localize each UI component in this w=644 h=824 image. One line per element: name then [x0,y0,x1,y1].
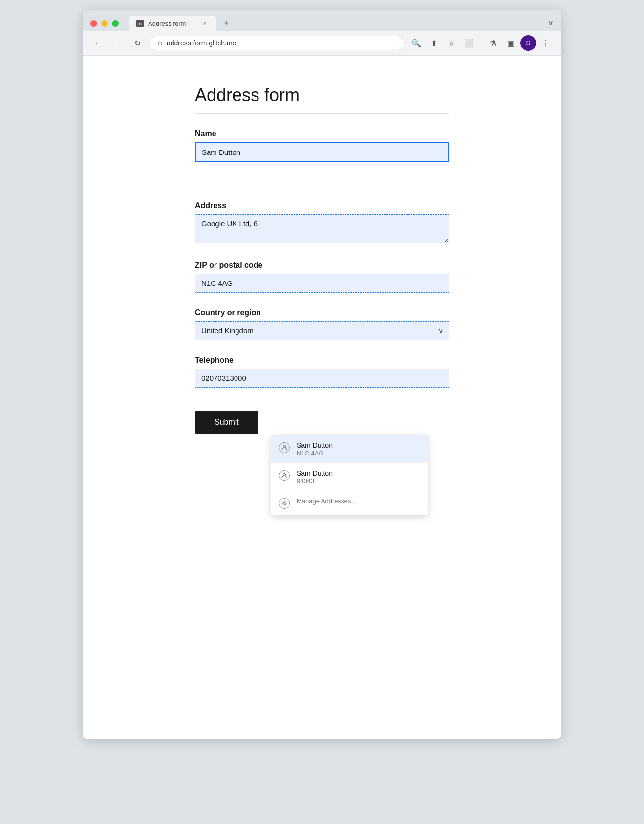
avatar[interactable]: S [520,35,536,51]
country-section: Country or region United Kingdom United … [195,308,449,340]
autocomplete-item-1[interactable]: Sam Dutton N1C 4AG [271,435,428,463]
page-content: Address form Name Sam [83,55,561,739]
nav-bar: ← → ↻ ⊙ address-form.glitch.me 🔍 ⬆ ☆ ⬜ ⚗… [83,31,561,55]
form-container: Address form Name Sam [195,85,449,434]
country-select-wrapper: United Kingdom United States Canada Aust… [195,321,449,340]
person-icon-2 [279,470,290,481]
title-bar: n̂ Address form × + ∨ [83,10,561,31]
name-input[interactable] [195,142,449,162]
gear-icon [279,498,290,509]
autocomplete-sub-1: N1C 4AG [297,450,333,457]
telephone-section: Telephone [195,356,449,388]
tab-close-button[interactable]: × [201,20,209,27]
forward-button[interactable]: → [110,35,126,51]
lab-icon-button[interactable]: ⚗ [485,35,501,51]
bookmark-icon-button[interactable]: ☆ [444,35,459,51]
person-icon-1 [279,442,290,453]
sidebar-icon-button[interactable]: ▣ [503,35,518,51]
more-options-button[interactable]: ⋮ [538,35,554,51]
maximize-window-button[interactable] [112,20,119,27]
back-button[interactable]: ← [90,35,106,51]
page-title: Address form [195,85,449,114]
submit-button[interactable]: Submit [195,411,258,434]
share-icon-button[interactable]: ⬆ [426,35,442,51]
close-window-button[interactable] [90,20,97,27]
svg-point-2 [283,502,285,504]
new-tab-button[interactable]: + [218,16,234,31]
manage-addresses-label: Manage Addresses... [297,498,356,505]
autocomplete-manage-item[interactable]: Manage Addresses... [271,491,428,515]
autocomplete-dropdown: Sam Dutton N1C 4AG Sam [271,435,428,515]
name-section: Name Sam Dutton N1C 4AG [195,130,449,162]
address-section: Address Google UK Ltd, 6 [195,201,449,245]
window-controls [90,20,119,27]
telephone-label: Telephone [195,356,449,365]
country-select[interactable]: United Kingdom United States Canada Aust… [195,321,449,340]
autocomplete-item-2[interactable]: Sam Dutton 94043 [271,463,428,491]
autocomplete-text-2: Sam Dutton 94043 [297,469,333,485]
name-label: Name [195,130,449,138]
autocomplete-name-2: Sam Dutton [297,469,333,477]
address-input[interactable]: Google UK Ltd, 6 [195,214,449,243]
extension-icon-button[interactable]: ⬜ [461,35,477,51]
active-tab[interactable]: n̂ Address form × [129,16,216,31]
zip-input[interactable] [195,274,449,293]
nav-divider [481,38,481,48]
tab-title: Address form [148,20,197,27]
tab-bar: n̂ Address form × + ∨ [129,16,554,31]
zip-label: ZIP or postal code [195,261,449,270]
tabs-chevron-icon[interactable]: ∨ [548,18,554,31]
autocomplete-sub-2: 94043 [297,477,333,485]
minimize-window-button[interactable] [101,20,108,27]
url-text: address-form.glitch.me [167,39,396,47]
browser-window: n̂ Address form × + ∨ ← → ↻ ⊙ address-fo… [83,10,561,739]
autocomplete-text-1: Sam Dutton N1C 4AG [297,441,333,457]
manage-addresses-text: Manage Addresses... [297,497,356,505]
telephone-input[interactable] [195,369,449,388]
nav-icons: 🔍 ⬆ ☆ ⬜ ⚗ ▣ S ⋮ [408,35,554,51]
submit-section: Submit [195,411,449,434]
zip-section: ZIP or postal code [195,261,449,293]
reload-button[interactable]: ↻ [129,35,145,51]
address-bar[interactable]: ⊙ address-form.glitch.me [149,36,405,50]
security-icon: ⊙ [157,40,163,47]
address-label: Address [195,201,449,210]
country-label: Country or region [195,308,449,317]
tab-favicon: n̂ [136,20,144,27]
search-icon-button[interactable]: 🔍 [408,35,424,51]
autocomplete-name-1: Sam Dutton [297,441,333,449]
